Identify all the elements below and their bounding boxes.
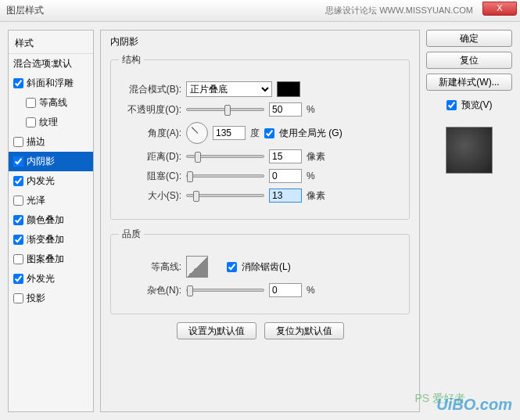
style-item-0[interactable]: 斜面和浮雕 bbox=[9, 74, 93, 93]
blend-mode-select[interactable]: 正片叠底 bbox=[186, 81, 272, 97]
style-checkbox-8[interactable] bbox=[13, 235, 23, 245]
style-item-10[interactable]: 外发光 bbox=[9, 269, 93, 289]
style-checkbox-0[interactable] bbox=[13, 78, 23, 88]
style-item-9[interactable]: 图案叠加 bbox=[9, 249, 93, 269]
angle-row: 角度(A): 度 使用全局光 (G) bbox=[119, 122, 401, 144]
credit-text: 思缘设计论坛 WWW.MISSYUAN.COM bbox=[325, 5, 473, 16]
size-row: 大小(S): 像素 bbox=[119, 188, 401, 203]
style-item-5[interactable]: 内发光 bbox=[9, 171, 93, 191]
style-label-0: 斜面和浮雕 bbox=[27, 77, 74, 90]
choke-input[interactable] bbox=[269, 169, 302, 183]
distance-slider[interactable] bbox=[186, 155, 264, 158]
style-label-1: 等高线 bbox=[39, 96, 67, 109]
opacity-slider[interactable] bbox=[186, 108, 264, 111]
blend-options-label: 混合选项:默认 bbox=[13, 57, 72, 70]
style-label-11: 投影 bbox=[27, 292, 45, 305]
window-title: 图层样式 bbox=[6, 4, 44, 17]
style-checkbox-4[interactable] bbox=[13, 156, 23, 167]
new-style-button[interactable]: 新建样式(W)... bbox=[426, 74, 512, 91]
distance-input[interactable] bbox=[269, 149, 302, 163]
size-label: 大小(S): bbox=[119, 189, 181, 203]
style-label-10: 外发光 bbox=[27, 272, 55, 285]
structure-group: 结构 混合模式(B): 正片叠底 不透明度(O): % 角度(A): 度 使用全… bbox=[110, 53, 410, 220]
style-label-5: 内发光 bbox=[27, 174, 55, 188]
quality-legend: 品质 bbox=[119, 228, 144, 241]
ok-button[interactable]: 确定 bbox=[426, 30, 512, 47]
choke-label: 阻塞(C): bbox=[119, 170, 181, 183]
title-bar: 图层样式 思缘设计论坛 WWW.MISSYUAN.COM X bbox=[0, 0, 520, 22]
style-label-6: 光泽 bbox=[27, 194, 45, 207]
structure-legend: 结构 bbox=[119, 53, 144, 66]
style-label-3: 描边 bbox=[27, 135, 45, 149]
global-light-checkbox[interactable] bbox=[264, 128, 274, 138]
style-label-2: 纹理 bbox=[39, 116, 58, 129]
style-item-4[interactable]: 内阴影 bbox=[9, 152, 93, 171]
right-panel: 确定 复位 新建样式(W)... 预览(V) bbox=[426, 30, 512, 412]
style-item-1[interactable]: 等高线 bbox=[9, 93, 93, 113]
style-checkbox-2[interactable] bbox=[26, 117, 36, 127]
style-checkbox-6[interactable] bbox=[13, 196, 23, 206]
antialias-checkbox[interactable] bbox=[227, 262, 237, 272]
style-item-3[interactable]: 描边 bbox=[9, 132, 93, 152]
distance-label: 距离(D): bbox=[119, 150, 181, 163]
blend-options-item[interactable]: 混合选项:默认 bbox=[9, 54, 93, 74]
size-unit: 像素 bbox=[307, 189, 325, 203]
noise-unit: % bbox=[307, 285, 315, 296]
style-item-7[interactable]: 颜色叠加 bbox=[9, 210, 93, 230]
quality-group: 品质 等高线: 消除锯齿(L) 杂色(N): % bbox=[110, 228, 410, 314]
preview-swatch bbox=[446, 127, 493, 174]
opacity-unit: % bbox=[307, 104, 315, 115]
preview-checkbox[interactable] bbox=[446, 100, 457, 110]
style-checkbox-5[interactable] bbox=[13, 176, 23, 186]
choke-slider[interactable] bbox=[186, 174, 264, 178]
angle-label: 角度(A): bbox=[119, 127, 181, 140]
reset-default-button[interactable]: 复位为默认值 bbox=[264, 322, 344, 339]
contour-row: 等高线: 消除锯齿(L) bbox=[119, 256, 401, 278]
distance-row: 距离(D): 像素 bbox=[119, 149, 401, 163]
styles-header: 样式 bbox=[9, 34, 93, 54]
style-checkbox-10[interactable] bbox=[13, 274, 23, 284]
style-checkbox-11[interactable] bbox=[13, 293, 23, 303]
opacity-label: 不透明度(O): bbox=[119, 103, 181, 117]
style-item-8[interactable]: 渐变叠加 bbox=[9, 230, 93, 249]
distance-unit: 像素 bbox=[307, 150, 325, 163]
styles-list: 样式 混合选项:默认 斜面和浮雕等高线纹理描边内阴影内发光光泽颜色叠加渐变叠加图… bbox=[8, 30, 94, 412]
blend-mode-label: 混合模式(B): bbox=[119, 83, 181, 96]
angle-dial[interactable] bbox=[186, 122, 208, 144]
style-item-6[interactable]: 光泽 bbox=[9, 191, 93, 210]
noise-slider[interactable] bbox=[186, 289, 264, 292]
size-input[interactable] bbox=[269, 188, 302, 203]
style-checkbox-7[interactable] bbox=[13, 215, 23, 225]
watermark-main: UiBO.com bbox=[436, 396, 512, 414]
style-checkbox-3[interactable] bbox=[13, 137, 23, 147]
shadow-color-swatch[interactable] bbox=[277, 81, 300, 97]
make-default-button[interactable]: 设置为默认值 bbox=[177, 322, 256, 339]
style-checkbox-1[interactable] bbox=[26, 98, 36, 108]
style-item-11[interactable]: 投影 bbox=[9, 289, 93, 308]
choke-row: 阻塞(C): % bbox=[119, 169, 401, 183]
style-checkbox-9[interactable] bbox=[13, 254, 23, 264]
style-item-2[interactable]: 纹理 bbox=[9, 113, 93, 132]
cancel-button[interactable]: 复位 bbox=[426, 52, 512, 69]
blend-mode-row: 混合模式(B): 正片叠底 bbox=[119, 81, 401, 97]
size-slider[interactable] bbox=[186, 194, 264, 197]
settings-panel: 内阴影 结构 混合模式(B): 正片叠底 不透明度(O): % 角度(A): 度 bbox=[100, 30, 420, 412]
contour-picker[interactable] bbox=[186, 256, 208, 278]
style-label-4: 内阴影 bbox=[27, 155, 55, 168]
panel-title: 内阴影 bbox=[110, 35, 410, 48]
style-label-8: 渐变叠加 bbox=[27, 233, 64, 246]
opacity-row: 不透明度(O): % bbox=[119, 102, 401, 117]
contour-label: 等高线: bbox=[119, 260, 181, 274]
choke-unit: % bbox=[307, 171, 315, 181]
opacity-input[interactable] bbox=[269, 102, 302, 117]
style-label-9: 图案叠加 bbox=[27, 253, 64, 266]
noise-label: 杂色(N): bbox=[119, 284, 181, 297]
close-button[interactable]: X bbox=[482, 2, 517, 16]
preview-label: 预览(V) bbox=[461, 99, 493, 112]
noise-input[interactable] bbox=[269, 283, 302, 297]
style-label-7: 颜色叠加 bbox=[27, 214, 64, 227]
antialias-label: 消除锯齿(L) bbox=[242, 260, 291, 274]
noise-row: 杂色(N): % bbox=[119, 283, 401, 297]
angle-unit: 度 bbox=[250, 127, 260, 140]
angle-input[interactable] bbox=[213, 126, 246, 140]
